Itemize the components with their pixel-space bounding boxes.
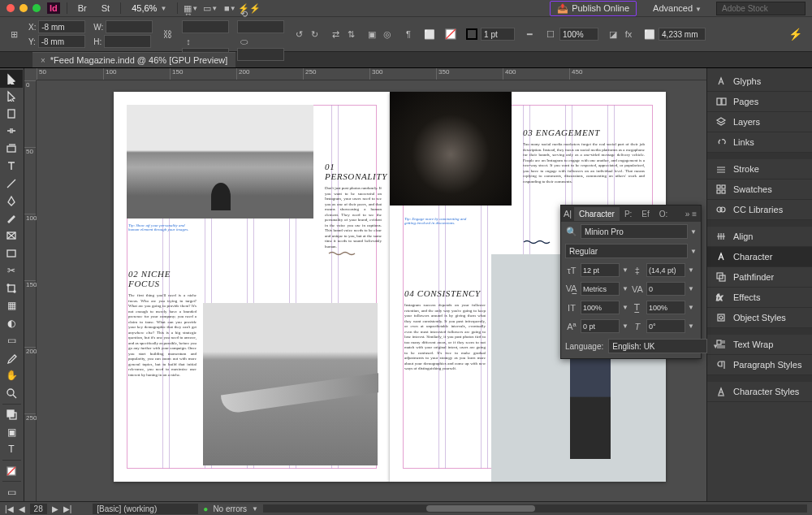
vertical-ruler[interactable]: 050100150200250 — [24, 80, 37, 501]
gap-tool[interactable] — [0, 123, 23, 141]
flip-h-icon[interactable]: ⇄ — [329, 28, 342, 41]
y-field[interactable] — [38, 35, 85, 48]
panel-effects[interactable]: fxEffects — [707, 288, 812, 308]
zoom-tool[interactable] — [0, 384, 23, 402]
rotate-field[interactable] — [237, 20, 284, 33]
first-page-button[interactable]: |◀ — [5, 504, 14, 513]
horizontal-scrollbar[interactable] — [263, 504, 807, 513]
character-panel[interactable]: A| Character P: Ef O: » ≡ 🔍▼ ▼ τT▼ ‡▼ VA… — [560, 205, 702, 359]
heading[interactable]: 04 CONSISTENCY — [404, 288, 486, 298]
fill-stroke-toggle[interactable] — [0, 405, 23, 423]
scale-x-field[interactable] — [182, 20, 229, 33]
panel-pathfinder[interactable]: Pathfinder — [707, 267, 812, 288]
free-transform-tool[interactable] — [0, 279, 23, 297]
fill-swatch[interactable] — [444, 28, 457, 41]
stock-button[interactable]: St — [97, 3, 114, 13]
hscale-field[interactable] — [646, 301, 685, 314]
pencil-tool[interactable] — [0, 210, 23, 227]
tip-text[interactable]: Tip: Engage more by commenting and getti… — [404, 217, 469, 225]
page-number-field[interactable]: 28 — [30, 504, 47, 514]
baseline-field[interactable] — [581, 319, 620, 333]
last-page-button[interactable]: ▶| — [63, 504, 72, 513]
font-size-field[interactable] — [581, 263, 620, 277]
panel-object-styles[interactable]: Object Styles — [707, 308, 812, 328]
apply-color-icon[interactable] — [0, 462, 23, 480]
h-field[interactable] — [104, 35, 151, 48]
direct-selection-tool[interactable] — [0, 88, 23, 106]
page-left[interactable]: 01 PERSONALITY Don't just post photos ra… — [114, 92, 390, 482]
rotate-ccw-icon[interactable]: ↺ — [292, 28, 305, 41]
flip-v-icon[interactable]: ⇅ — [344, 28, 357, 41]
formatting-text-icon[interactable]: T — [0, 440, 23, 458]
rectangle-frame-tool[interactable] — [0, 227, 23, 245]
gradient-feather-tool[interactable]: ◐ — [0, 314, 23, 332]
paragraph-icon[interactable]: ¶ — [402, 28, 415, 41]
document-tab[interactable]: ×*Feed Magazine.indd @ 46% [GPU Preview] — [32, 52, 235, 67]
panel-glyphs[interactable]: Glyphs — [707, 71, 812, 92]
heading[interactable]: 03 ENGAGEMENT — [523, 128, 645, 137]
rectangle-tool[interactable] — [0, 245, 23, 262]
w-field[interactable] — [106, 20, 153, 33]
panel-character[interactable]: Character — [707, 247, 812, 267]
publish-online-button[interactable]: 📤 Publish Online — [550, 1, 637, 16]
layout-field[interactable]: [Basic] (working) — [93, 504, 198, 514]
constrain-icon[interactable]: ⛓ — [161, 28, 174, 41]
note-tool[interactable]: ▭ — [0, 332, 23, 350]
fx-icon[interactable]: ☐ — [544, 28, 557, 41]
image-frame[interactable] — [203, 303, 378, 465]
panel-character-styles[interactable]: Character Styles — [707, 382, 812, 402]
rotate-cw-icon[interactable]: ↻ — [308, 28, 321, 41]
hand-tool[interactable]: ✋ — [0, 367, 23, 385]
body-text[interactable]: Don't just post photos randomly. If you … — [325, 186, 382, 249]
corner-field[interactable] — [659, 28, 706, 41]
tab-effects[interactable]: Ef — [637, 207, 654, 221]
shear-field[interactable] — [237, 48, 284, 61]
formatting-container-icon[interactable]: ▣ — [0, 423, 23, 441]
prev-page-button[interactable]: ◀ — [19, 504, 25, 513]
stroke-style-icon[interactable]: ━ — [523, 28, 536, 41]
fx-menu-icon[interactable]: fx — [622, 28, 635, 41]
view-mode-icon[interactable]: ▭ — [0, 483, 23, 501]
preflight-status[interactable]: No errors — [213, 504, 247, 513]
stroke-swatch[interactable] — [465, 28, 478, 41]
skew-field[interactable] — [646, 319, 685, 333]
line-tool[interactable] — [0, 175, 23, 193]
font-style-field[interactable] — [565, 244, 688, 258]
workspace-switcher[interactable]: Advanced ▼ — [653, 3, 702, 13]
body-text[interactable]: Too many social media marketers forget t… — [523, 142, 645, 184]
drop-shadow-icon[interactable]: ◪ — [607, 28, 620, 41]
content-collector-tool[interactable] — [0, 140, 23, 158]
window-controls[interactable] — [6, 4, 41, 12]
ref-point-icon[interactable]: ⊞ — [7, 28, 20, 41]
text-wrap-icon[interactable]: ⬜ — [423, 28, 436, 41]
bridge-button[interactable]: Br — [74, 3, 91, 13]
page-tool[interactable] — [0, 105, 23, 123]
panel-pages[interactable]: Pages — [707, 92, 812, 112]
kerning-field[interactable] — [581, 282, 620, 296]
close-tab-icon[interactable]: × — [41, 56, 45, 65]
zoom-level[interactable]: 45,6% ▼ — [127, 3, 171, 13]
scissors-tool[interactable]: ✂ — [0, 262, 23, 280]
language-field[interactable] — [608, 339, 707, 353]
panel-layers[interactable]: Layers — [707, 112, 812, 132]
tab-paragraph[interactable]: P: — [620, 207, 637, 221]
type-tool[interactable] — [0, 158, 23, 175]
stroke-weight-field[interactable] — [481, 28, 515, 41]
pen-tool[interactable] — [0, 193, 23, 210]
panel-text-wrap[interactable]: Text Wrap — [707, 335, 812, 355]
search-icon[interactable]: 🔍 — [565, 225, 578, 238]
tab-character[interactable]: Character — [574, 207, 620, 221]
panel-align[interactable]: Align — [707, 227, 812, 247]
opacity-field[interactable] — [559, 28, 598, 41]
leading-field[interactable] — [646, 263, 685, 277]
tip-text[interactable]: Tip: Show off your personality and human… — [128, 223, 193, 232]
tab-object[interactable]: O: — [654, 207, 673, 221]
next-page-button[interactable]: ▶ — [52, 504, 58, 513]
panel-links[interactable]: Links — [707, 132, 812, 153]
gradient-swatch-tool[interactable]: ▦ — [0, 297, 23, 315]
panel-menu-icon[interactable]: » ≡ — [681, 210, 701, 219]
tracking-field[interactable] — [646, 282, 685, 296]
body-text[interactable]: Instagram success depends on your follow… — [404, 303, 486, 372]
selection-tool[interactable] — [0, 70, 23, 88]
vscale-field[interactable] — [581, 301, 620, 314]
